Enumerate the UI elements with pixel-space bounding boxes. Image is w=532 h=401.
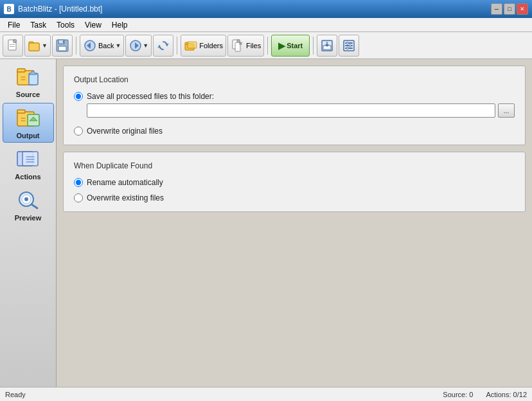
separator-3 xyxy=(267,37,268,55)
svg-rect-12 xyxy=(63,40,64,43)
separator-4 xyxy=(313,37,314,55)
svg-marker-17 xyxy=(165,44,169,46)
menu-view[interactable]: View xyxy=(80,19,107,31)
overwrite-original-option: Overwrite original files xyxy=(74,127,515,136)
save-icon xyxy=(55,39,69,53)
svg-rect-5 xyxy=(10,46,15,47)
rename-auto-radio[interactable] xyxy=(74,178,83,187)
svg-line-51 xyxy=(31,204,37,208)
svg-point-38 xyxy=(347,47,349,49)
svg-point-52 xyxy=(24,197,28,201)
output-icon xyxy=(15,106,41,129)
open-dropdown-arrow[interactable]: ▼ xyxy=(42,42,48,49)
settings-icon xyxy=(342,39,356,53)
overwrite-original-label[interactable]: Overwrite original files xyxy=(87,127,163,136)
forward-icon xyxy=(129,39,143,53)
new-button[interactable] xyxy=(3,35,23,57)
svg-rect-21 xyxy=(188,42,197,48)
export-icon xyxy=(320,39,334,53)
back-button[interactable]: Back ▼ xyxy=(80,35,124,57)
sidebar-source-label: Source xyxy=(16,91,40,98)
menu-task[interactable]: Task xyxy=(25,19,51,31)
open-button[interactable]: ▼ xyxy=(24,35,51,57)
sidebar-preview-label: Preview xyxy=(15,214,42,222)
toolbar: ▼ Back ▼ ▼ xyxy=(0,32,532,59)
rename-auto-label[interactable]: Rename automatically xyxy=(87,178,163,187)
source-icon xyxy=(15,65,41,88)
app-icon: B xyxy=(4,4,14,14)
overwrite-original-radio[interactable] xyxy=(74,127,83,136)
actions-icon xyxy=(15,147,41,170)
rename-automatically-option: Rename automatically xyxy=(74,178,515,187)
svg-rect-48 xyxy=(22,152,38,166)
save-to-folder-radio[interactable] xyxy=(74,92,83,101)
settings-button[interactable] xyxy=(339,35,359,57)
svg-rect-8 xyxy=(29,43,39,51)
svg-rect-40 xyxy=(17,69,25,72)
folder-path-input[interactable] xyxy=(87,103,495,118)
svg-rect-4 xyxy=(10,44,15,45)
overwrite-existing-radio[interactable] xyxy=(74,193,83,202)
folder-input-row: ... xyxy=(87,103,515,118)
status-right: Source: 0 Actions: 0/12 xyxy=(443,391,527,398)
files-button[interactable]: Files xyxy=(227,35,264,57)
files-label: Files xyxy=(246,42,261,49)
overwrite-existing-option: Overwrite existing files xyxy=(74,193,515,202)
files-icon xyxy=(231,39,245,53)
sidebar: Source Output xyxy=(0,59,57,387)
duplicate-found-title: When Duplicate Found xyxy=(74,161,515,170)
maximize-btn[interactable]: □ xyxy=(504,3,515,15)
back-label: Back xyxy=(98,42,114,49)
title-bar: B BatchBlitz - [Untitled.bbt] ─ □ ✕ xyxy=(0,0,532,18)
refresh-icon xyxy=(156,39,170,53)
svg-point-36 xyxy=(347,42,349,44)
sidebar-item-preview[interactable]: Preview xyxy=(3,185,54,225)
duplicate-options: Rename automatically Overwrite existing … xyxy=(74,178,515,202)
sidebar-item-source[interactable]: Source xyxy=(3,62,54,102)
folder-browse-button[interactable]: ... xyxy=(498,103,515,118)
svg-marker-18 xyxy=(157,46,161,48)
forward-button[interactable]: ▼ xyxy=(125,35,152,57)
minimize-btn[interactable]: ─ xyxy=(491,3,502,15)
folders-icon xyxy=(184,39,198,53)
start-button[interactable]: ▶ Start xyxy=(271,35,310,57)
start-label: Start xyxy=(287,42,303,49)
status-bar: Ready Source: 0 Actions: 0/12 xyxy=(0,387,532,401)
svg-rect-44 xyxy=(17,110,25,113)
status-actions: Actions: 0/12 xyxy=(486,391,527,398)
forward-dropdown-arrow[interactable]: ▼ xyxy=(143,42,148,49)
refresh-button[interactable] xyxy=(153,35,173,57)
export-button[interactable] xyxy=(317,35,337,57)
back-dropdown-arrow[interactable]: ▼ xyxy=(115,42,121,49)
sidebar-actions-label: Actions xyxy=(15,173,40,181)
sidebar-item-output[interactable]: Output xyxy=(3,103,54,143)
menu-help[interactable]: Help xyxy=(107,19,133,31)
duplicate-found-panel: When Duplicate Found Rename automaticall… xyxy=(63,152,526,212)
content-area: Output Location Save all processed files… xyxy=(57,59,532,387)
save-button[interactable] xyxy=(52,35,73,57)
open-icon xyxy=(28,39,42,53)
folders-label: Folders xyxy=(199,42,223,49)
back-icon xyxy=(83,39,97,53)
menu-bar: File Task Tools View Help xyxy=(0,18,532,32)
sidebar-item-actions[interactable]: Actions xyxy=(3,144,54,184)
svg-rect-41 xyxy=(29,73,38,85)
window-title: BatchBlitz - [Untitled.bbt] xyxy=(18,4,102,13)
output-location-panel: Output Location Save all processed files… xyxy=(63,66,526,145)
main-area: Source Output xyxy=(0,59,532,387)
new-icon xyxy=(6,39,20,53)
status-source: Source: 0 xyxy=(443,391,473,398)
save-to-folder-option: Save all processed files to this folder: xyxy=(74,92,515,101)
preview-icon xyxy=(15,188,41,211)
sidebar-output-label: Output xyxy=(16,132,39,139)
close-btn[interactable]: ✕ xyxy=(517,3,528,15)
menu-tools[interactable]: Tools xyxy=(51,19,80,31)
folders-button[interactable]: Folders xyxy=(181,35,226,57)
output-location-title: Output Location xyxy=(74,75,515,84)
output-location-options: Save all processed files to this folder:… xyxy=(74,92,515,136)
overwrite-existing-label[interactable]: Overwrite existing files xyxy=(87,193,164,202)
start-icon: ▶ xyxy=(278,40,285,51)
svg-point-37 xyxy=(350,44,351,46)
save-to-folder-label[interactable]: Save all processed files to this folder: xyxy=(87,92,214,101)
menu-file[interactable]: File xyxy=(3,19,25,31)
